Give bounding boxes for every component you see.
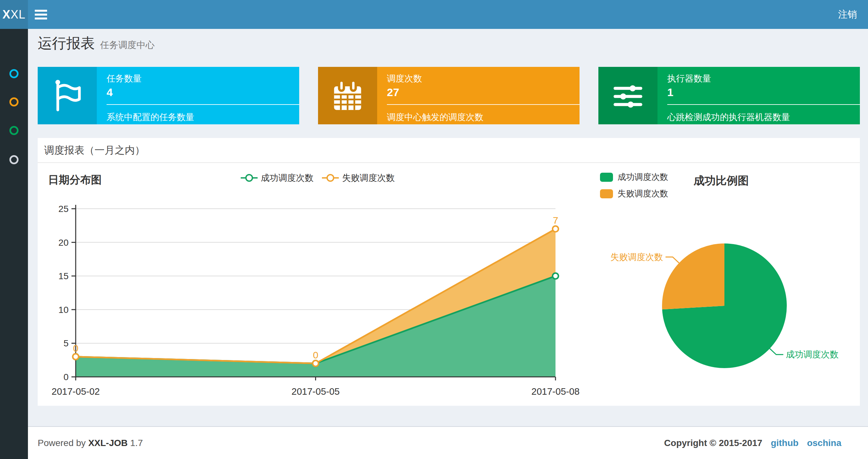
flag-icon [38,67,97,124]
circle-icon [9,97,19,106]
data-label: 0 [313,350,318,360]
y-tick-label: 0 [63,372,68,382]
stat-card-executors: 执行器数量 1 心跳检测成功的执行器机器数量 [598,67,860,124]
page-footer: Powered by XXL-JOB 1.7 Copyright © 2015-… [28,426,868,459]
github-link[interactable]: github [771,438,799,448]
pie-slice [662,243,724,309]
data-point-fail [313,361,319,366]
stat-card-jobs: 任务数量 4 系统中配置的任务数量 [38,67,299,124]
charts-canvas[interactable]: 05101520252017-05-022017-05-052017-05-08… [38,163,860,405]
stat-description: 心跳检测成功的执行器机器数量 [667,111,860,123]
circle-icon [9,155,19,164]
sidebar-item-jobs[interactable] [0,92,28,112]
y-tick-label: 15 [59,271,68,281]
stat-label: 执行器数量 [667,73,860,85]
panel-title: 调度报表（一月之内） [38,138,860,163]
logo-text-bold: X [2,8,10,22]
copyright-text: Copyright © 2015-2017 [664,438,762,448]
page-title: 运行报表 [38,35,95,51]
circle-icon [9,69,19,78]
stat-description: 调度中心触发的调度次数 [387,111,580,123]
powered-by: Powered by XXL-JOB 1.7 [38,438,143,448]
calendar-icon [318,67,377,124]
top-navbar: XXL 注销 [0,0,868,29]
logo-text: XL [10,8,25,22]
stat-value: 4 [106,86,299,99]
stat-cards-row: 任务数量 4 系统中配置的任务数量 调度次数 [38,67,860,124]
y-tick-label: 10 [59,305,68,315]
page-subtitle: 任务调度中心 [100,40,155,50]
data-point-fail [73,354,79,360]
hamburger-icon [35,10,47,12]
sliders-icon [598,67,657,124]
y-tick-label: 20 [59,238,68,248]
data-label: 0 [73,343,79,354]
y-tick-label: 5 [63,338,68,348]
logout-link[interactable]: 注销 [827,0,868,29]
product-version: 1.7 [130,438,143,448]
pie-label-line [770,349,783,355]
pie-slice-label: 成功调度次数 [786,350,838,359]
data-point-fail [553,226,558,232]
data-label: 7 [553,215,558,226]
sidebar-toggle-button[interactable] [28,0,54,29]
pie-slice-label: 失败调度次数 [610,252,663,262]
oschina-link[interactable]: oschina [807,438,841,448]
stat-value: 1 [667,86,860,99]
sidebar-item-log[interactable] [0,121,28,140]
content-header: 运行报表任务调度中心 [38,34,155,53]
y-tick-label: 25 [59,204,68,214]
sidebar [0,29,28,459]
stat-description: 系统中配置的任务数量 [106,111,299,123]
sidebar-item-report[interactable] [0,64,28,84]
pie-label-line [665,257,679,263]
x-tick-label: 2017-05-05 [291,386,339,397]
x-tick-label: 2017-05-08 [531,386,580,397]
x-tick-label: 2017-05-02 [52,386,100,397]
report-panel: 调度报表（一月之内） 日期分布图 成功调度次数 失败调度次数 [38,138,860,406]
sidebar-item-executor[interactable] [0,150,28,169]
divider [667,104,860,105]
data-point-success [553,273,558,279]
circle-icon [9,126,19,135]
stat-label: 调度次数 [387,73,580,85]
divider [106,104,299,105]
app-logo[interactable]: XXL [0,0,28,29]
stat-label: 任务数量 [106,73,299,85]
product-name: XXL-JOB [88,438,128,448]
divider [387,104,580,105]
stat-card-triggers: 调度次数 27 调度中心触发的调度次数 [318,67,580,124]
stat-value: 27 [387,86,580,99]
